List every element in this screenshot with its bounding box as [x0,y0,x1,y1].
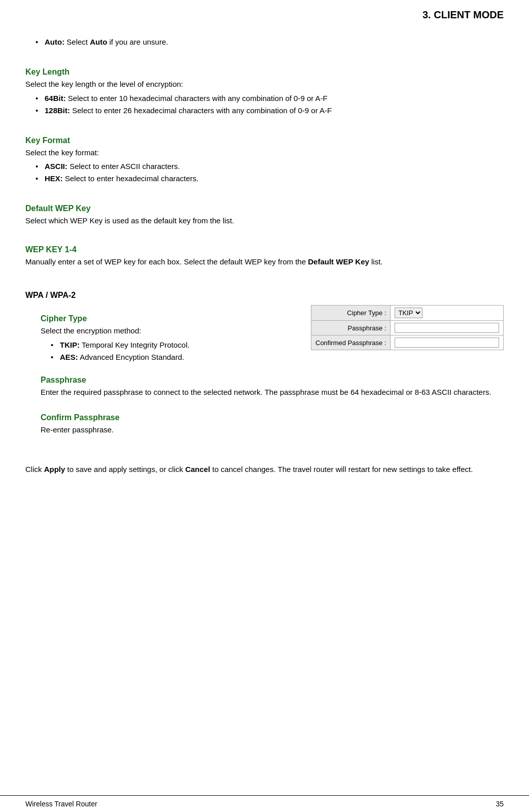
wep-key-text2: list. [369,257,383,266]
ascii-label: ASCII: [45,162,67,171]
bottom-click: Click [25,465,44,473]
auto-text: Select Auto if you are unsure. [66,38,168,46]
key-length-item-128: 128Bit: Select to enter 26 hexadecimal c… [36,105,504,117]
hex-item: HEX: Select to enter hexadecimal charact… [36,173,504,185]
confirm-passphrase-label-cell: Confirmed Passphrase : [311,335,391,350]
passphrase-row: Passphrase : [311,321,504,335]
128bit-label: 128Bit: [45,106,70,115]
auto-item: Auto: Select Auto if you are unsure. [36,36,504,48]
bottom-note: Click Apply to save and apply settings, … [25,463,504,476]
cipher-table: Cipher Type : TKIP AES Passphrase : [311,305,504,350]
passphrase-text: Enter the required passphrase to connect… [41,387,504,398]
key-length-heading: Key Length [25,67,504,77]
apply-bold: Apply [44,465,65,473]
passphrase-input[interactable] [395,323,499,333]
cipher-type-input-cell[interactable]: TKIP AES [391,306,504,321]
aes-text: Advanced Encyption Standard. [80,353,184,361]
confirm-passphrase-heading: Confirm Passphrase [41,413,504,422]
cipher-type-row: Cipher Type : TKIP AES [311,306,504,321]
key-format-intro: Select the key format: [25,147,504,159]
cipher-type-heading: Cipher Type [41,314,296,323]
confirm-passphrase-row: Confirmed Passphrase : [311,335,504,350]
auto-bold: Auto: [45,38,64,46]
confirm-passphrase-input-cell[interactable] [391,335,504,350]
wpa-right: Cipher Type : TKIP AES Passphrase : [311,305,504,350]
cancel-bold: Cancel [185,465,210,473]
wep-key-bold: Default WEP Key [308,257,369,266]
key-length-list: 64Bit: Select to enter 10 hexadecimal ch… [36,92,504,117]
passphrase-label-cell: Passphrase : [311,321,391,335]
default-wep-heading: Default WEP Key [25,204,504,213]
wep-key-text1: Manually enter a set of WEP key for each… [25,257,308,266]
tkip-text: Temporal Key Integrity Protocol. [82,341,190,349]
aes-item: AES: Advanced Encyption Standard. [51,351,296,363]
footer: Wireless Travel Router 35 [0,795,529,812]
bottom-text2: to save and apply settings, or click [65,465,185,473]
title-text: 3. CLIENT MODE [422,9,504,20]
passphrase-heading: Passphrase [41,376,504,385]
ascii-text: Select to enter ASCII characters. [69,162,180,171]
64bit-text: Select to enter 10 hexadecimal character… [68,94,328,103]
key-format-list: ASCII: Select to enter ASCII characters.… [36,160,504,185]
wpa-left: Cipher Type Select the encryption method… [41,305,296,366]
ascii-item: ASCII: Select to enter ASCII characters. [36,160,504,173]
wep-key-heading: WEP KEY 1-4 [25,245,504,254]
passphrase-input-cell[interactable] [391,321,504,335]
default-wep-text: Select which WEP Key is used as the defa… [25,215,504,227]
cipher-type-intro: Select the encryption method: [41,325,296,337]
cipher-type-select[interactable]: TKIP AES [395,308,422,318]
wpa-inner: Cipher Type Select the encryption method… [41,305,504,436]
bottom-text3: to cancel changes. The travel router wil… [210,465,473,473]
key-format-heading: Key Format [25,136,504,145]
auto-bullet-list: Auto: Select Auto if you are unsure. [36,36,504,48]
page-title: 3. CLIENT MODE [0,0,529,26]
footer-right: 35 [496,800,504,808]
hex-text: Select to enter hexadecimal characters. [65,174,198,183]
confirm-passphrase-input[interactable] [395,337,499,348]
tkip-label: TKIP: [60,341,80,349]
wpa-columns: Cipher Type Select the encryption method… [41,305,504,366]
cipher-type-label-cell: Cipher Type : [311,306,391,321]
64bit-label: 64Bit: [45,94,66,103]
128bit-text: Select to enter 26 hexadecimal character… [72,106,332,115]
footer-left: Wireless Travel Router [25,800,97,808]
aes-label: AES: [60,353,78,361]
confirm-passphrase-text: Re-enter passphrase. [41,424,504,436]
wpa-section: WPA / WPA-2 Cipher Type Select the encry… [25,291,504,436]
wep-key-text: Manually enter a set of WEP key for each… [25,256,504,268]
wpa-title: WPA / WPA-2 [25,291,504,300]
tkip-item: TKIP: Temporal Key Integrity Protocol. [51,339,296,351]
hex-label: HEX: [45,174,63,183]
cipher-type-list: TKIP: Temporal Key Integrity Protocol. A… [51,339,296,363]
key-length-intro: Select the key length or the level of en… [25,79,504,90]
key-length-item-64: 64Bit: Select to enter 10 hexadecimal ch… [36,92,504,105]
